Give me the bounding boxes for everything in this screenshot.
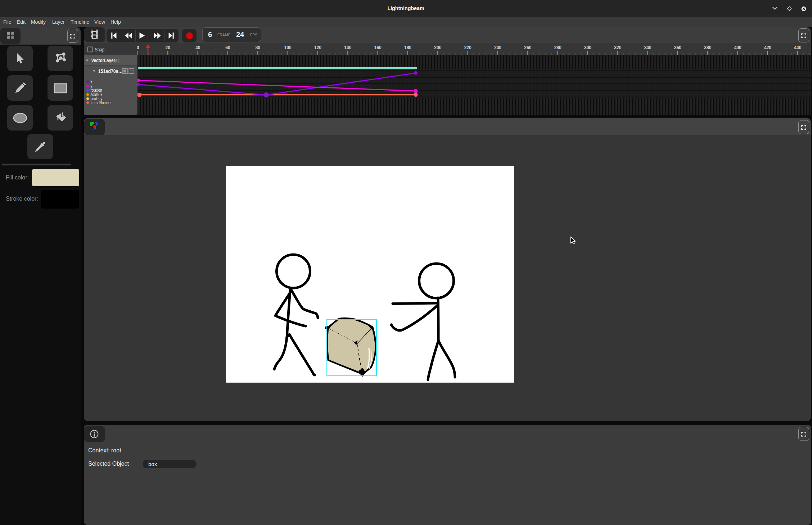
svg-text:440: 440 — [794, 44, 801, 51]
svg-text:120: 120 — [314, 44, 321, 51]
svg-text:80: 80 — [256, 44, 261, 51]
svg-text:420: 420 — [764, 44, 771, 51]
svg-text:VectorLayer[L]: VectorLayer[L] — [91, 57, 119, 63]
svg-text:0: 0 — [137, 44, 139, 51]
svg-text:frameNumber: frameNumber — [91, 100, 112, 105]
svg-text:260: 260 — [524, 44, 531, 51]
svg-text:320: 320 — [614, 44, 621, 51]
svg-text:220: 220 — [464, 44, 472, 51]
svg-text:40: 40 — [195, 44, 200, 51]
svg-text:360: 360 — [674, 44, 681, 51]
svg-text:~: ~ — [130, 69, 132, 73]
svg-text:151ad70a…: 151ad70a… — [98, 68, 123, 74]
svg-text:180: 180 — [404, 44, 411, 51]
svg-text:400: 400 — [734, 44, 741, 51]
svg-text:200: 200 — [434, 44, 441, 51]
svg-text:300: 300 — [584, 44, 591, 51]
svg-text:160: 160 — [374, 44, 382, 51]
svg-text:100: 100 — [284, 44, 292, 51]
svg-text:Snap: Snap — [95, 46, 105, 52]
svg-text:240: 240 — [494, 44, 501, 51]
svg-text:140: 140 — [344, 44, 351, 51]
svg-text:380: 380 — [704, 44, 711, 51]
svg-text:280: 280 — [554, 44, 561, 51]
svg-text:60: 60 — [225, 44, 230, 51]
svg-text:20: 20 — [166, 44, 171, 51]
svg-text:340: 340 — [644, 44, 651, 51]
